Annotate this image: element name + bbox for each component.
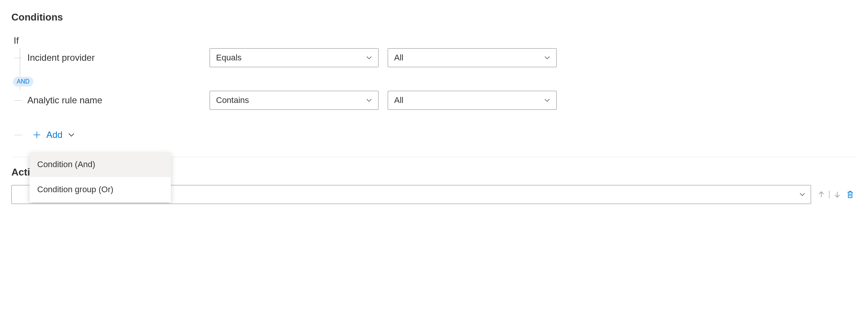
delete-button[interactable] (844, 188, 857, 201)
tree-tick (14, 58, 22, 58)
condition-selects: Equals All (210, 48, 557, 67)
value-value: All (394, 95, 403, 105)
move-up-button[interactable] (815, 188, 828, 201)
tree-tick (14, 135, 22, 135)
plus-icon (33, 131, 41, 139)
menu-item-condition-and[interactable]: Condition (And) (30, 152, 171, 177)
value-select[interactable]: All (388, 91, 557, 110)
operator-select[interactable]: Contains (210, 91, 379, 110)
conditions-block: AND Incident provider Equals All Analyti… (17, 48, 857, 140)
chevron-down-icon (366, 97, 372, 103)
condition-selects: Contains All (210, 91, 557, 110)
and-badge: AND (13, 77, 33, 87)
chevron-down-icon (544, 55, 550, 61)
operator-value: Equals (216, 53, 241, 63)
condition-label: Analytic rule name (27, 95, 210, 106)
menu-item-condition-group-or[interactable]: Condition group (Or) (30, 177, 171, 202)
operator-select[interactable]: Equals (210, 48, 379, 67)
add-menu: Condition (And) Condition group (Or) (30, 152, 171, 202)
add-button[interactable]: Add (33, 130, 75, 140)
tree-tick (14, 100, 22, 101)
if-label: If (14, 35, 857, 46)
chevron-down-icon (799, 191, 805, 198)
chevron-down-icon (366, 55, 372, 61)
chevron-down-icon (68, 131, 75, 138)
condition-row: Incident provider Equals All (17, 48, 857, 67)
condition-row: Analytic rule name Contains All (17, 91, 857, 110)
conditions-heading: Conditions (11, 11, 857, 23)
value-value: All (394, 53, 403, 63)
add-label: Add (46, 130, 63, 140)
action-icons (815, 188, 857, 201)
value-select[interactable]: All (388, 48, 557, 67)
chevron-down-icon (544, 97, 550, 103)
add-row: Add (17, 130, 857, 140)
move-down-button[interactable] (831, 188, 844, 201)
condition-label: Incident provider (27, 52, 210, 63)
operator-value: Contains (216, 95, 249, 105)
separator-icon (828, 188, 831, 201)
